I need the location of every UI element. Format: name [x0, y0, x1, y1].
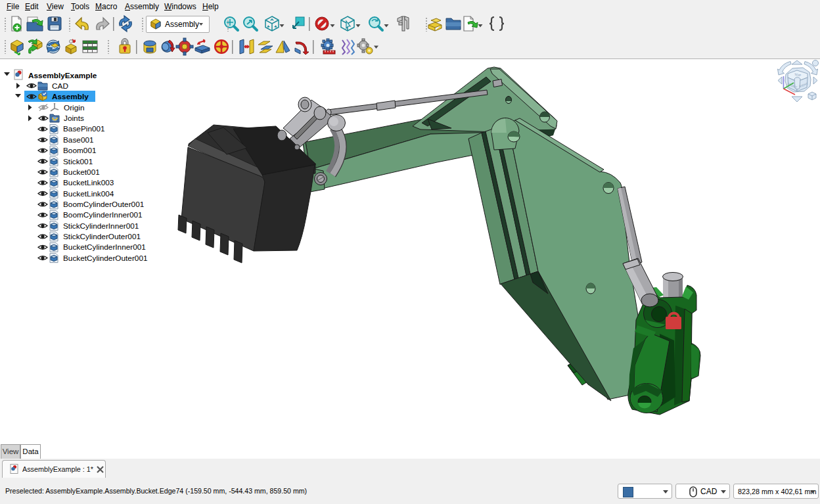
svg-text:Assembly: Assembly	[52, 92, 89, 101]
svg-text:AssemblyExample: AssemblyExample	[28, 71, 97, 80]
svg-text:BoomCylinderInner001: BoomCylinderInner001	[63, 210, 143, 219]
svg-text:BasePin001: BasePin001	[63, 124, 105, 133]
svg-text:Joints: Joints	[64, 114, 84, 123]
svg-text:BucketLink004: BucketLink004	[63, 189, 114, 198]
svg-text:BucketCylinderOuter001: BucketCylinderOuter001	[63, 254, 148, 263]
svg-text:Bucket001: Bucket001	[63, 168, 100, 177]
svg-text:Origin: Origin	[64, 103, 84, 112]
svg-text:BucketLink003: BucketLink003	[63, 178, 114, 187]
svg-text:BucketCylinderInner001: BucketCylinderInner001	[63, 242, 146, 252]
svg-text:Stick001: Stick001	[63, 157, 93, 166]
svg-text:BoomCylinderOuter001: BoomCylinderOuter001	[63, 200, 144, 209]
svg-text:Base001: Base001	[63, 135, 94, 145]
svg-text:Boom001: Boom001	[63, 146, 97, 155]
svg-text:CAD: CAD	[52, 81, 68, 91]
svg-text:StickCylinderOuter001: StickCylinderOuter001	[63, 232, 141, 241]
svg-text:StickCylinderInner001: StickCylinderInner001	[63, 221, 139, 231]
